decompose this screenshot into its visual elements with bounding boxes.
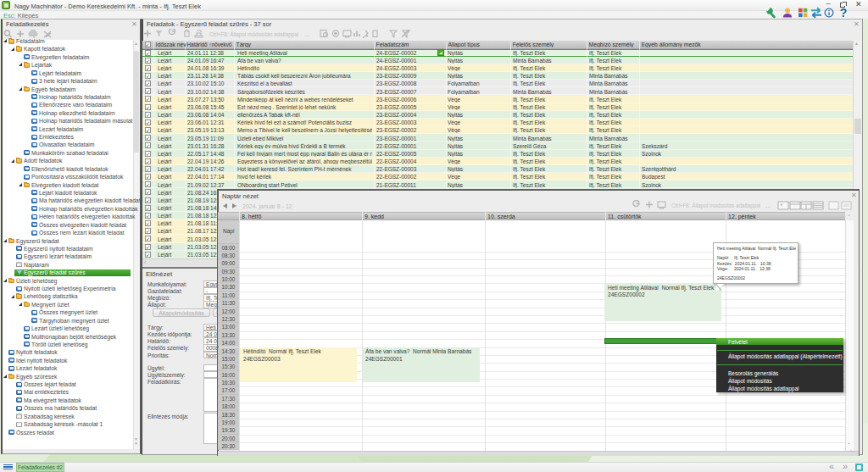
svg-text:...: ... [304,31,310,38]
svg-text:?: ? [840,7,848,19]
svg-text:Ctrl+F8: Állapot módosítás ada: Ctrl+F8: Állapot módosítás adatlappal [671,202,760,209]
svg-text:...: ... [765,202,771,209]
svg-text:Ctrl+F8: Állapot módosítás ada: Ctrl+F8: Állapot módosítás adatlappal [209,31,298,38]
